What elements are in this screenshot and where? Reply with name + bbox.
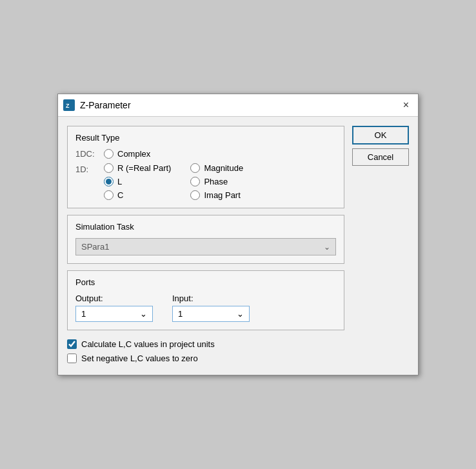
radio-col-left: R (=Real Part) L C xyxy=(104,163,171,200)
sim-task-title: Simulation Task xyxy=(75,222,336,232)
input-dropdown[interactable]: 1 ⌄ xyxy=(172,306,250,322)
radio-r[interactable] xyxy=(104,163,114,173)
radio-phase[interactable] xyxy=(190,177,200,186)
radio-complex-text: Complex xyxy=(117,149,150,159)
radio-imag[interactable] xyxy=(190,190,200,200)
ok-button[interactable]: OK xyxy=(352,126,409,145)
checkboxes-section: Calculate L,C values in project units Se… xyxy=(67,337,344,366)
radio-magnitude[interactable] xyxy=(190,163,200,173)
radio-imag-label[interactable]: Imag Part xyxy=(190,190,243,200)
radio-l-text: L xyxy=(117,177,122,186)
ports-row: Output: 1 ⌄ Input: 1 ⌄ xyxy=(75,294,336,322)
sim-task-value: SPara1 xyxy=(81,242,109,252)
radio-c[interactable] xyxy=(104,190,114,200)
radio-complex[interactable] xyxy=(104,149,114,159)
radio-imag-text: Imag Part xyxy=(204,190,240,200)
radio-complex-label[interactable]: Complex xyxy=(104,149,150,159)
set-negative-text: Set negative L,C values to zero xyxy=(81,354,198,363)
calculate-lc-checkbox[interactable] xyxy=(67,339,77,349)
label-1d: 1D: xyxy=(75,163,99,200)
input-value: 1 xyxy=(178,309,183,319)
set-negative-checkbox[interactable] xyxy=(67,354,77,363)
sim-task-arrow: ⌄ xyxy=(324,243,330,252)
input-port-group: Input: 1 ⌄ xyxy=(172,294,250,322)
output-label: Output: xyxy=(75,294,153,303)
radio-c-text: C xyxy=(117,190,123,200)
radio-c-label[interactable]: C xyxy=(104,190,171,200)
result-type-title: Result Type xyxy=(75,133,336,143)
output-value: 1 xyxy=(81,309,86,319)
simulation-task-section: Simulation Task SPara1 ⌄ xyxy=(67,215,344,264)
title-bar-left: Z Z-Parameter xyxy=(63,99,131,111)
simulation-task-dropdown[interactable]: SPara1 ⌄ xyxy=(75,238,336,255)
result-type-section: Result Type 1DC: Complex 1D: xyxy=(67,126,344,208)
left-panel: Result Type 1DC: Complex 1D: xyxy=(67,126,344,366)
radio-l[interactable] xyxy=(104,177,114,186)
label-1dc: 1DC: xyxy=(75,149,99,159)
ports-title: Ports xyxy=(75,277,336,287)
set-negative-label[interactable]: Set negative L,C values to zero xyxy=(67,354,344,363)
ports-section: Ports Output: 1 ⌄ Input: 1 ⌄ xyxy=(67,270,344,330)
z-parameter-icon: Z xyxy=(63,99,75,111)
radio-magnitude-label[interactable]: Magnitude xyxy=(190,163,243,173)
radio-l-label[interactable]: L xyxy=(104,177,171,186)
radio-r-text: R (=Real Part) xyxy=(117,163,171,173)
svg-text:Z: Z xyxy=(66,103,70,109)
output-dropdown[interactable]: 1 ⌄ xyxy=(75,306,153,322)
input-label: Input: xyxy=(172,294,250,303)
calculate-lc-text: Calculate L,C values in project units xyxy=(81,339,215,349)
title-bar: Z Z-Parameter × xyxy=(58,94,418,117)
dialog-title: Z-Parameter xyxy=(80,100,131,110)
output-arrow: ⌄ xyxy=(140,309,147,319)
close-button[interactable]: × xyxy=(401,100,412,110)
radio-phase-label[interactable]: Phase xyxy=(190,177,243,186)
output-port-group: Output: 1 ⌄ xyxy=(75,294,153,322)
radio-phase-text: Phase xyxy=(204,177,228,186)
radio-r-label[interactable]: R (=Real Part) xyxy=(104,163,171,173)
cancel-button[interactable]: Cancel xyxy=(352,148,409,166)
input-arrow: ⌄ xyxy=(237,309,244,319)
radio-magnitude-text: Magnitude xyxy=(204,163,243,173)
z-parameter-dialog: Z Z-Parameter × Result Type 1DC: Complex xyxy=(57,94,419,375)
dialog-body: Result Type 1DC: Complex 1D: xyxy=(58,117,418,375)
right-panel: OK Cancel xyxy=(352,126,409,366)
calculate-lc-label[interactable]: Calculate L,C values in project units xyxy=(67,339,344,349)
radio-col-right: Magnitude Phase Imag Part xyxy=(190,163,243,200)
